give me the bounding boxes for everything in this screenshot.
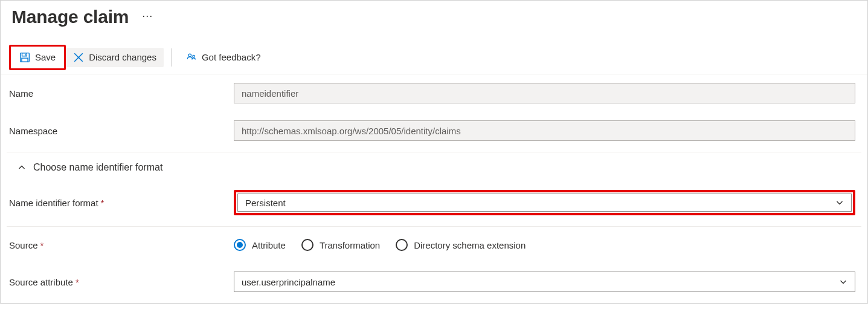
feedback-label: Got feedback? [202, 52, 261, 62]
source-radio-group: Attribute Transformation Directory schem… [234, 239, 855, 251]
source-attr-select[interactable]: user.userprincipalname [234, 272, 855, 292]
name-label: Name [9, 88, 234, 99]
nif-value: Persistent [245, 198, 286, 208]
close-icon [73, 52, 84, 63]
save-icon [19, 52, 30, 63]
name-input[interactable] [234, 83, 855, 103]
chevron-down-icon [839, 278, 847, 286]
svg-rect-1 [22, 53, 27, 56]
radio-icon [234, 239, 246, 251]
radio-transformation[interactable]: Transformation [301, 239, 380, 251]
collapse-toggle[interactable]: Choose name identifier format [1, 152, 867, 181]
save-button[interactable]: Save [12, 48, 63, 67]
command-bar: Save Discard changes Got feedback? [1, 41, 867, 74]
svg-rect-2 [22, 58, 28, 62]
nif-select[interactable]: Persistent [237, 194, 852, 212]
chevron-up-icon [18, 163, 26, 172]
radio-attribute[interactable]: Attribute [234, 239, 286, 251]
radio-directory[interactable]: Directory schema extension [396, 239, 526, 251]
more-actions-button[interactable]: ··· [142, 10, 153, 22]
feedback-icon [186, 52, 197, 63]
page-header: Manage claim ··· [1, 1, 867, 32]
radio-icon [396, 239, 408, 251]
svg-point-7 [193, 55, 195, 57]
save-label: Save [35, 52, 56, 62]
svg-point-6 [188, 54, 191, 57]
namespace-label: Namespace [9, 126, 234, 136]
source-attr-value: user.userprincipalname [242, 277, 335, 287]
nif-label: Name identifier format* [9, 198, 234, 208]
page-title: Manage claim [11, 7, 129, 27]
toolbar-separator [171, 48, 172, 67]
chevron-down-icon [835, 198, 844, 207]
source-attr-label: Source attribute* [9, 277, 234, 287]
radio-icon [301, 239, 313, 251]
discard-button[interactable]: Discard changes [66, 48, 164, 67]
collapse-label: Choose name identifier format [33, 162, 162, 173]
feedback-button[interactable]: Got feedback? [179, 48, 268, 67]
source-label: Source* [9, 240, 234, 250]
discard-label: Discard changes [89, 52, 156, 62]
namespace-input[interactable] [234, 120, 855, 141]
